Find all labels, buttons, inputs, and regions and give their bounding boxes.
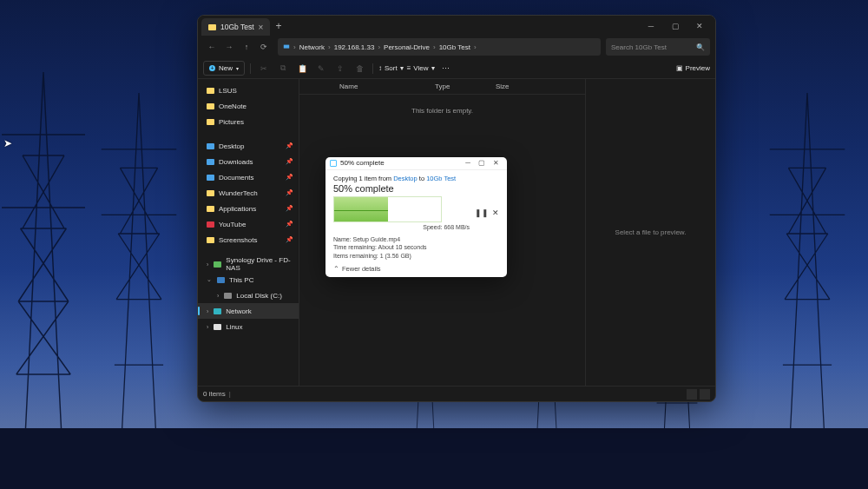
dialog-title: 50% complete (340, 159, 385, 167)
preview-toggle[interactable]: ▣ Preview (676, 64, 710, 72)
titlebar: 10Gb Test × + ─ ▢ ✕ (198, 16, 715, 36)
sidebar: LSUS OneNote Pictures Desktop📌 Downloads… (198, 79, 299, 386)
close-button[interactable]: ✕ (687, 16, 712, 36)
copy-dialog: 50% complete ─ ▢ ✕ Copying 1 item from D… (326, 157, 507, 277)
up-button[interactable]: ↑ (238, 38, 255, 56)
window-tab[interactable]: 10Gb Test × (201, 18, 270, 36)
sidebar-item-network[interactable]: ›Network (198, 303, 299, 319)
copying-text: Copying 1 item from Desktop to 10Gb Test (333, 175, 499, 182)
paste-button[interactable]: 📋 (294, 61, 310, 76)
sidebar-item[interactable]: Applications📌 (198, 201, 299, 216)
status-bar: 0 items| (198, 386, 715, 401)
sidebar-item[interactable]: Pictures (198, 114, 299, 129)
rename-button[interactable]: ✎ (313, 61, 329, 76)
search-input[interactable]: Search 10Gb Test 🔍 (606, 38, 710, 56)
address-bar-row: ← → ↑ ⟳ › Network› 192.168.1.33› Persona… (198, 36, 715, 58)
view-button[interactable]: ≡ View ▾ (407, 64, 435, 72)
sidebar-item[interactable]: ›Synology Drive - FD-NAS (198, 256, 299, 272)
copy-button[interactable]: ⧉ (275, 61, 291, 76)
progress-heading: 50% complete (333, 183, 499, 194)
cancel-button[interactable]: ✕ (492, 208, 499, 217)
sidebar-item-documents[interactable]: Documents📌 (198, 169, 299, 185)
more-button[interactable]: ⋯ (438, 61, 454, 76)
sidebar-item-thispc[interactable]: ⌄This PC (198, 272, 299, 287)
from-link[interactable]: Desktop (393, 175, 418, 182)
sidebar-item[interactable]: OneNote (198, 98, 299, 114)
search-icon: 🔍 (696, 43, 705, 51)
close-tab-icon[interactable]: × (259, 23, 264, 32)
back-button[interactable]: ← (203, 38, 220, 56)
sidebar-item[interactable]: YouTube📌 (198, 216, 299, 232)
dialog-titlebar: 50% complete ─ ▢ ✕ (326, 157, 507, 170)
preview-pane: Select a file to preview. (585, 79, 715, 386)
minimize-button[interactable]: ─ (639, 16, 663, 36)
crumb-network[interactable]: Network (299, 43, 325, 51)
delete-button[interactable]: 🗑 (352, 61, 367, 76)
view-thumbnails-button[interactable] (700, 389, 710, 400)
dialog-maximize[interactable]: ▢ (475, 159, 489, 167)
sort-button[interactable]: ↕ Sort ▾ (378, 64, 404, 72)
crumb-ip[interactable]: 192.168.1.33 (334, 43, 375, 51)
speed-text: Speed: 668 MB/s (333, 224, 470, 230)
tab-title: 10Gb Test (220, 23, 254, 31)
sidebar-item-localdisk[interactable]: ›Local Disk (C:) (198, 287, 299, 303)
svg-rect-0 (284, 45, 289, 49)
share-button[interactable]: ⇪ (332, 61, 348, 76)
pin-icon: 📌 (286, 142, 293, 149)
chevron-up-icon: ⌃ (333, 265, 339, 273)
copy-details: Name: Setup Guide.mp4 Time remaining: Ab… (333, 235, 499, 260)
folder-icon (208, 24, 216, 30)
to-link[interactable]: 10Gb Test (426, 175, 456, 182)
breadcrumb[interactable]: › Network› 192.168.1.33› Personal-Drive›… (278, 38, 601, 56)
cursor-icon: ➤ (3, 137, 12, 149)
dialog-close[interactable]: ✕ (489, 159, 503, 167)
sidebar-item[interactable]: LSUS (198, 83, 299, 98)
maximize-button[interactable]: ▢ (663, 16, 687, 36)
sidebar-item-downloads[interactable]: Downloads📌 (198, 154, 299, 169)
sidebar-item-linux[interactable]: ›Linux (198, 319, 299, 334)
sidebar-item-desktop[interactable]: Desktop📌 (198, 138, 299, 154)
new-button[interactable]: +New▾ (203, 61, 245, 76)
refresh-button[interactable]: ⟳ (255, 38, 273, 56)
forward-button[interactable]: → (220, 38, 238, 56)
sidebar-item[interactable]: WunderTech📌 (198, 185, 299, 201)
pc-icon (283, 43, 290, 50)
toolbar: +New▾ ✂ ⧉ 📋 ✎ ⇪ 🗑 ↕ Sort ▾ ≡ View ▾ ⋯ ▣ … (198, 58, 715, 79)
view-details-button[interactable] (687, 389, 697, 400)
crumb-folder[interactable]: 10Gb Test (439, 43, 470, 51)
sidebar-item[interactable]: Screenshots📌 (198, 232, 299, 248)
cut-button[interactable]: ✂ (256, 61, 272, 76)
fewer-details-button[interactable]: ⌃Fewer details (333, 265, 499, 273)
speed-graph (333, 196, 442, 222)
new-tab-button[interactable]: + (275, 20, 281, 32)
copy-icon (330, 160, 337, 167)
crumb-drive[interactable]: Personal-Drive (384, 43, 430, 51)
column-headers[interactable]: Name Type Size (299, 79, 585, 95)
dialog-minimize[interactable]: ─ (461, 159, 475, 167)
pause-button[interactable]: ❚❚ (475, 208, 489, 217)
